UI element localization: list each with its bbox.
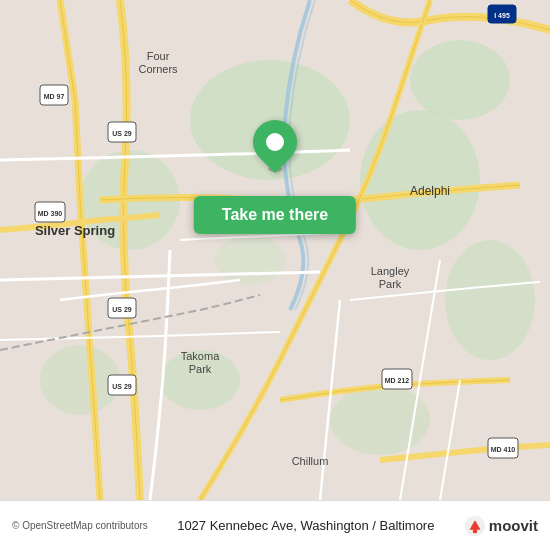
moovit-icon xyxy=(464,515,486,537)
svg-text:Park: Park xyxy=(379,278,402,290)
svg-text:MD 410: MD 410 xyxy=(491,446,516,453)
svg-point-8 xyxy=(330,385,430,455)
pin-inner xyxy=(266,133,284,151)
pin-body xyxy=(244,111,306,173)
svg-point-6 xyxy=(445,240,535,360)
svg-text:US 29: US 29 xyxy=(112,306,132,313)
svg-text:Langley: Langley xyxy=(371,265,410,277)
svg-text:Adelphi: Adelphi xyxy=(410,184,450,198)
svg-text:US 29: US 29 xyxy=(112,383,132,390)
moovit-logo: moovit xyxy=(464,515,538,537)
svg-text:MD 212: MD 212 xyxy=(385,377,410,384)
map-container: MD 97 US 29 US 29 US 29 MD 390 I 495 MD … xyxy=(0,0,550,500)
bottom-bar: © OpenStreetMap contributors 1027 Kenneb… xyxy=(0,500,550,550)
svg-text:I 495: I 495 xyxy=(494,12,510,19)
svg-point-3 xyxy=(410,40,510,120)
svg-point-36 xyxy=(473,528,477,532)
map-svg: MD 97 US 29 US 29 US 29 MD 390 I 495 MD … xyxy=(0,0,550,500)
copyright-text: © OpenStreetMap contributors xyxy=(12,520,148,531)
svg-text:US 29: US 29 xyxy=(112,130,132,137)
svg-text:Corners: Corners xyxy=(138,63,178,75)
take-me-there-button[interactable]: Take me there xyxy=(194,196,356,234)
svg-text:Park: Park xyxy=(189,363,212,375)
location-pin xyxy=(253,120,297,172)
svg-text:Silver Spring: Silver Spring xyxy=(35,223,115,238)
svg-point-9 xyxy=(215,235,285,285)
svg-text:Four: Four xyxy=(147,50,170,62)
moovit-text: moovit xyxy=(489,517,538,534)
svg-point-2 xyxy=(360,110,480,250)
svg-text:Chillum: Chillum xyxy=(292,455,329,467)
bottom-left: © OpenStreetMap contributors xyxy=(12,520,148,531)
svg-text:MD 97: MD 97 xyxy=(44,93,65,100)
svg-text:Takoma: Takoma xyxy=(181,350,220,362)
svg-text:MD 390: MD 390 xyxy=(38,210,63,217)
address-text: 1027 Kennebec Ave, Washington / Baltimor… xyxy=(177,518,434,533)
